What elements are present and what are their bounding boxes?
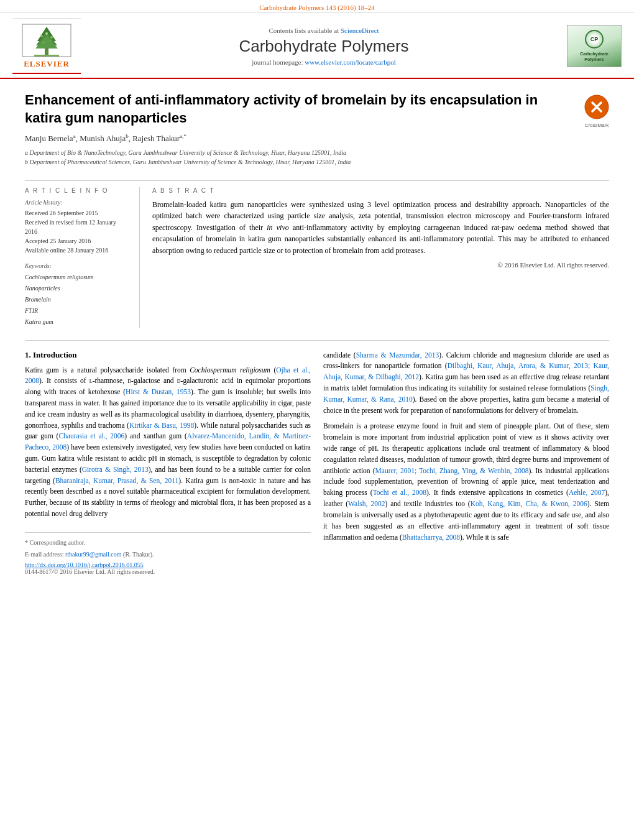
abstract-heading: A B S T R A C T (152, 187, 609, 194)
article-history-label: Article history: (25, 199, 130, 206)
info-abstract: A R T I C L E I N F O Article history: R… (25, 187, 609, 328)
kw5: Katira gum (25, 316, 130, 328)
svg-point-6 (50, 36, 53, 39)
intro-para2: candidate (Sharma & Mazumdar, 2013). Cal… (323, 350, 609, 417)
journal-center: Contents lists available at ScienceDirec… (81, 27, 567, 66)
kw3: Bromelain (25, 294, 130, 305)
affiliation-b: b Department of Pharmaceutical Sciences,… (25, 157, 575, 167)
column-left: 1. Introduction Katira gum is a natural … (25, 350, 311, 575)
section1-title: 1. Introduction (25, 350, 311, 360)
corresponding-label: * Corresponding author. (25, 539, 85, 546)
svg-point-8 (42, 41, 45, 44)
corresponding-author-note: * Corresponding author. (25, 538, 311, 547)
intro-para3: Bromelain is a protease enzyme found in … (323, 421, 609, 543)
main-body: 1. Introduction Katira gum is a natural … (25, 350, 609, 575)
kw1: Cochlospermum religiosum (25, 272, 130, 283)
available-date: Available online 28 January 2016 (25, 246, 130, 255)
svg-rect-0 (45, 47, 48, 56)
author1-name: Manju Bernela (25, 134, 73, 144)
kw2: Nanoparticles (25, 283, 130, 294)
svg-point-9 (50, 40, 52, 42)
received-date: Received 26 September 2015 (25, 208, 130, 218)
journal-logo-right: CP CarbohydratePolymers (567, 25, 622, 67)
article-content: Enhancement of anti-inflammatory activit… (0, 79, 634, 588)
journal-top-bar: Carbohydrate Polymers 143 (2016) 18–24 (0, 0, 634, 12)
article-title: Enhancement of anti-inflammatory activit… (25, 91, 575, 127)
abstract-text: Bromelain-loaded katira gum nanoparticle… (152, 199, 609, 257)
elsevier-label: ELSEVIER (24, 59, 70, 69)
affiliations: a Department of Bio & NanoTechnology, Gu… (25, 148, 575, 167)
article-info: A R T I C L E I N F O Article history: R… (25, 187, 140, 328)
email-label: E-mail address: (25, 551, 63, 558)
keywords-label: Keywords: (25, 262, 130, 269)
journal-header: ELSEVIER Contents lists available at Sci… (0, 12, 634, 79)
author2-name: Munish Ahuja (80, 134, 126, 144)
copyright-notice: © 2016 Elsevier Ltd. All rights reserved… (152, 261, 609, 269)
author1-sup: a (73, 133, 76, 139)
article-header: Enhancement of anti-inflammatory activit… (25, 91, 609, 173)
authors: Manju Bernelaa, Munish Ahujab, Rajesh Th… (25, 133, 575, 144)
kw4: FTIR (25, 305, 130, 316)
contents-line: Contents lists available at ScienceDirec… (81, 27, 567, 34)
email-link[interactable]: rthakur99@gmail.com (65, 551, 122, 558)
revised-date: Received in revised form 12 January 2016 (25, 218, 130, 236)
email-note: E-mail address: rthakur99@gmail.com (R. … (25, 550, 311, 559)
elsevier-tree-icon (22, 24, 71, 58)
doi-link[interactable]: http://dx.doi.org/10.1016/j.carbpol.2016… (25, 561, 311, 568)
keywords-list: Cochlospermum religiosum Nanoparticles B… (25, 272, 130, 328)
affiliation-a: a Department of Bio & NanoTechnology, Gu… (25, 148, 575, 157)
footer-issn: 0144-8617/© 2016 Elsevier Ltd. All right… (25, 568, 311, 575)
cp-logo-circle: CP (585, 30, 604, 48)
author3-sup: a,* (180, 133, 186, 139)
svg-point-7 (45, 32, 48, 35)
svg-marker-4 (35, 35, 58, 48)
author2-sup: b (126, 133, 129, 139)
homepage-line: journal homepage: www.elsevier.com/locat… (81, 58, 567, 66)
journal-ref: Carbohydrate Polymers 143 (2016) 18–24 (259, 4, 375, 11)
abstract-block: A B S T R A C T Bromelain-loaded katira … (152, 187, 609, 328)
email-author: (R. Thakur). (123, 551, 154, 558)
intro-para1: Katira gum is a natural polysaccharide i… (25, 365, 311, 520)
homepage-link[interactable]: www.elsevier.com/locate/carbpol (305, 58, 396, 66)
crossmark-logo[interactable]: CrossMark (584, 95, 609, 119)
elsevier-logo: ELSEVIER (12, 18, 81, 74)
column-right: candidate (Sharma & Mazumdar, 2013). Cal… (323, 350, 609, 575)
article-footer: * Corresponding author. E-mail address: … (25, 532, 311, 575)
section-divider-2 (25, 340, 609, 341)
journal-title: Carbohydrate Polymers (81, 37, 567, 56)
author3-name: Rajesh Thakur (132, 134, 180, 144)
article-info-heading: A R T I C L E I N F O (25, 187, 130, 194)
section-divider-1 (25, 180, 609, 181)
svg-point-5 (40, 35, 43, 37)
crossmark-label: CrossMark (584, 122, 609, 128)
article-title-block: Enhancement of anti-inflammatory activit… (25, 91, 575, 173)
accepted-date: Accepted 25 January 2016 (25, 236, 130, 246)
sciencedirect-link[interactable]: ScienceDirect (341, 27, 379, 34)
cp-logo-text: CarbohydratePolymers (580, 51, 609, 62)
